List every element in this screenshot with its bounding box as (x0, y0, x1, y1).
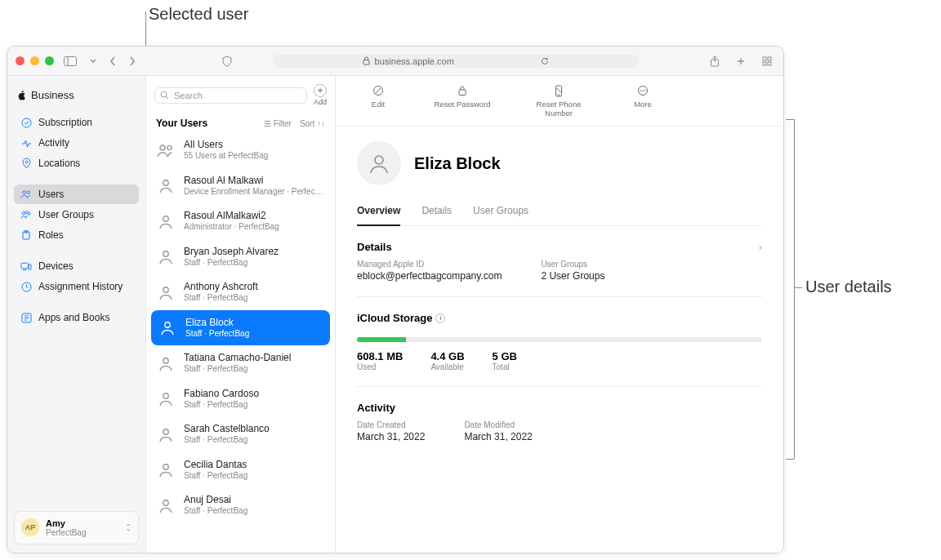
tab-details[interactable]: Details (421, 200, 452, 225)
section-heading: iCloud Storage (357, 312, 432, 324)
user-subtitle: Staff · PerfectBag (184, 258, 279, 269)
chevron-down-icon[interactable] (87, 57, 100, 65)
callout-user-details: User details (805, 278, 892, 296)
reset-phone-button[interactable]: Reset Phone Number (522, 84, 595, 118)
user-row[interactable]: Fabiano CardosoStaff · PerfectBag (146, 381, 335, 417)
storage-available-value: 4.4 GB (430, 350, 464, 362)
svg-point-34 (163, 464, 168, 469)
profile-org: PerfectBag (46, 528, 86, 537)
address-bar[interactable]: business.apple.com (273, 55, 639, 68)
user-row[interactable]: Anuj DesaiStaff · PerfectBag (146, 487, 335, 523)
svg-point-24 (160, 145, 165, 150)
sidebar-item-devices[interactable]: Devices (14, 256, 139, 276)
storage-used-label: Used (357, 362, 403, 371)
sort-button[interactable]: Sort ↑↓ (300, 119, 325, 128)
svg-point-14 (28, 212, 30, 215)
date-modified-label: Date Modified (464, 420, 532, 429)
user-row[interactable]: Bryan Joseph AlvarezStaff · PerfectBag (146, 239, 335, 275)
sidebar-item-label: Users (38, 189, 64, 200)
tabs-overview-icon[interactable] (759, 54, 775, 69)
user-name: Sarah Castelblanco (184, 423, 270, 435)
svg-rect-2 (363, 60, 369, 65)
sidebar-item-roles[interactable]: Roles (14, 225, 139, 245)
reload-icon[interactable] (541, 57, 549, 65)
zoom-window-button[interactable] (45, 56, 54, 65)
tool-label: Edit (372, 100, 385, 109)
sort-label: Sort (300, 119, 314, 128)
user-row[interactable]: Anthony AshcroftStaff · PerfectBag (146, 274, 335, 310)
activity-section: Activity Date CreatedMarch 31, 2022 Date… (357, 387, 762, 442)
user-name: Rasoul Al Malkawi (184, 175, 325, 187)
edit-button[interactable]: Edit (354, 84, 403, 118)
svg-point-29 (163, 287, 168, 292)
close-window-button[interactable] (16, 56, 25, 65)
detail-panel: Edit Reset Password Reset Phone Number M… (336, 76, 783, 553)
tab-user-groups[interactable]: User Groups (473, 200, 528, 225)
list-title: Your Users (156, 118, 207, 129)
user-name: Fabiano Cardoso (184, 388, 259, 400)
tab-overview[interactable]: Overview (357, 200, 400, 226)
filter-button[interactable]: ☰ Filter (264, 119, 292, 128)
svg-rect-17 (21, 263, 28, 269)
phone-reset-icon (552, 84, 565, 97)
svg-point-22 (161, 91, 167, 97)
users-list-panel: Search + Add Your Users ☰ Filter Sort ↑↓… (146, 76, 336, 553)
svg-point-13 (25, 211, 28, 214)
sidebar-item-user-groups[interactable]: User Groups (14, 205, 139, 224)
user-subtitle: Staff · PerfectBag (184, 400, 259, 411)
new-tab-icon[interactable] (733, 54, 749, 69)
search-icon (160, 91, 169, 100)
user-subtitle: Staff · PerfectBag (184, 293, 258, 304)
add-user-button[interactable]: + Add (314, 84, 327, 106)
svg-point-30 (165, 322, 170, 327)
filter-label: Filter (274, 119, 292, 128)
more-button[interactable]: More (618, 84, 667, 118)
svg-point-10 (23, 191, 26, 194)
user-avatar (357, 141, 401, 185)
svg-point-12 (22, 211, 25, 214)
svg-point-25 (167, 145, 172, 149)
details-section[interactable]: Details› Managed Apple IDeblock@perfectb… (357, 226, 762, 282)
user-groups-label: User Groups (541, 260, 604, 269)
user-row[interactable]: Tatiana Camacho-DanielStaff · PerfectBag (146, 345, 335, 381)
forward-button[interactable] (126, 55, 139, 68)
share-icon[interactable] (707, 54, 723, 69)
user-row[interactable]: Sarah CastelblancoStaff · PerfectBag (146, 416, 335, 452)
sidebar-item-assignment-history[interactable]: Assignment History (14, 277, 139, 296)
activity-icon (20, 137, 32, 149)
back-button[interactable] (106, 55, 119, 68)
user-row[interactable]: Rasoul Al MalkawiDevice Enrollment Manag… (146, 168, 335, 204)
user-row[interactable]: Cecilia DantasStaff · PerfectBag (146, 452, 335, 488)
sidebar-group-2: Users User Groups Roles (14, 184, 139, 245)
search-input[interactable]: Search (154, 87, 307, 104)
user-subtitle: Device Enrollment Manager · PerfectBag (184, 187, 325, 198)
user-row[interactable]: All Users55 Users at PerfectBag (146, 132, 335, 168)
address-host: business.apple.com (375, 56, 454, 66)
tool-label: Reset Phone Number (522, 100, 595, 118)
svg-point-33 (163, 429, 168, 434)
app-brand: Business (14, 84, 139, 113)
person-icon (156, 211, 176, 231)
storage-fill (357, 337, 406, 342)
sidebar-item-subscription[interactable]: Subscription (14, 113, 139, 132)
brand-label: Business (31, 89, 74, 101)
lock-icon (456, 84, 469, 97)
managed-id-label: Managed Apple ID (357, 260, 502, 269)
sidebar-item-activity[interactable]: Activity (14, 133, 139, 153)
profile-switcher[interactable]: AP Amy PerfectBag (14, 511, 139, 544)
reset-password-button[interactable]: Reset Password (426, 84, 499, 118)
user-row[interactable]: Rasoul AlMalkawi2Administrator · Perfect… (146, 203, 335, 239)
devices-icon (20, 260, 32, 272)
user-subtitle: 55 Users at PerfectBag (184, 151, 268, 162)
minimize-window-button[interactable] (30, 56, 39, 65)
sidebar-toggle-icon[interactable] (60, 55, 80, 68)
callout-selected-user: Selected user (149, 5, 248, 24)
sidebar-item-apps-books[interactable]: Apps and Books (14, 308, 139, 327)
sidebar-item-users[interactable]: Users (14, 184, 139, 204)
user-row-selected[interactable]: Eliza BlockStaff · PerfectBag (151, 310, 330, 346)
search-placeholder: Search (174, 91, 203, 100)
sidebar-item-locations[interactable]: Locations (14, 153, 139, 173)
user-subtitle: Staff · PerfectBag (184, 435, 270, 446)
shield-icon[interactable] (219, 54, 235, 69)
info-icon[interactable]: i (435, 313, 445, 323)
